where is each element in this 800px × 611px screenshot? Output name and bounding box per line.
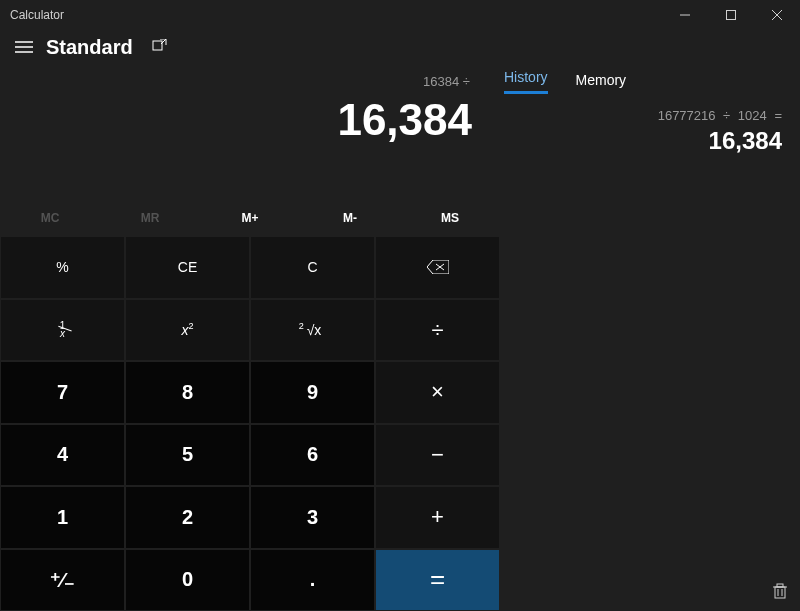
keep-on-top-icon — [151, 39, 167, 55]
square-root-button[interactable]: 2√x — [251, 300, 374, 361]
history-expression: 16777216 ÷ 1024 = — [518, 108, 782, 123]
history-item[interactable]: 16777216 ÷ 1024 = 16,384 — [500, 94, 800, 161]
maximize-button[interactable] — [708, 0, 754, 30]
backspace-icon — [427, 260, 449, 274]
svg-rect-11 — [775, 587, 785, 598]
memory-subtract-button[interactable]: M- — [300, 200, 400, 236]
square-icon: x2 — [181, 321, 193, 338]
backspace-button[interactable] — [376, 237, 499, 298]
divide-button[interactable]: ÷ — [376, 300, 499, 361]
close-button[interactable] — [754, 0, 800, 30]
equals-button[interactable]: = — [376, 550, 499, 611]
history-result: 16,384 — [518, 127, 782, 155]
result-display: 16,384 — [0, 94, 500, 156]
clear-entry-button[interactable]: CE — [126, 237, 249, 298]
digit-2-button[interactable]: 2 — [126, 487, 249, 548]
subtract-button[interactable]: − — [376, 425, 499, 486]
digit-5-button[interactable]: 5 — [126, 425, 249, 486]
mode-title: Standard — [46, 36, 133, 59]
multiply-button[interactable]: × — [376, 362, 499, 423]
clear-history-button[interactable] — [772, 583, 788, 603]
window-title: Calculator — [0, 8, 662, 22]
digit-4-button[interactable]: 4 — [1, 425, 124, 486]
tab-history[interactable]: History — [504, 69, 548, 94]
svg-rect-13 — [777, 584, 783, 587]
svg-rect-1 — [727, 11, 736, 20]
digit-1-button[interactable]: 1 — [1, 487, 124, 548]
digit-6-button[interactable]: 6 — [251, 425, 374, 486]
digit-3-button[interactable]: 3 — [251, 487, 374, 548]
negate-button[interactable]: ⁺∕₋ — [1, 550, 124, 611]
digit-7-button[interactable]: 7 — [1, 362, 124, 423]
clear-button[interactable]: C — [251, 237, 374, 298]
decimal-button[interactable]: . — [251, 550, 374, 611]
reciprocal-icon: 1x — [60, 322, 66, 338]
tab-memory[interactable]: Memory — [576, 72, 627, 94]
svg-rect-7 — [153, 41, 162, 50]
keep-on-top-button[interactable] — [139, 30, 179, 64]
minimize-button[interactable] — [662, 0, 708, 30]
add-button[interactable]: + — [376, 487, 499, 548]
memory-recall-button: MR — [100, 200, 200, 236]
expression-display: 16384 ÷ — [0, 74, 500, 94]
digit-8-button[interactable]: 8 — [126, 362, 249, 423]
reciprocal-button[interactable]: 1x — [1, 300, 124, 361]
hamburger-icon — [15, 41, 33, 53]
square-button[interactable]: x2 — [126, 300, 249, 361]
trash-icon — [772, 583, 788, 599]
digit-9-button[interactable]: 9 — [251, 362, 374, 423]
memory-clear-button: MC — [0, 200, 100, 236]
memory-store-button[interactable]: MS — [400, 200, 500, 236]
menu-button[interactable] — [4, 30, 44, 64]
digit-0-button[interactable]: 0 — [126, 550, 249, 611]
square-root-icon: 2√x — [304, 322, 322, 338]
percent-button[interactable]: % — [1, 237, 124, 298]
memory-add-button[interactable]: M+ — [200, 200, 300, 236]
